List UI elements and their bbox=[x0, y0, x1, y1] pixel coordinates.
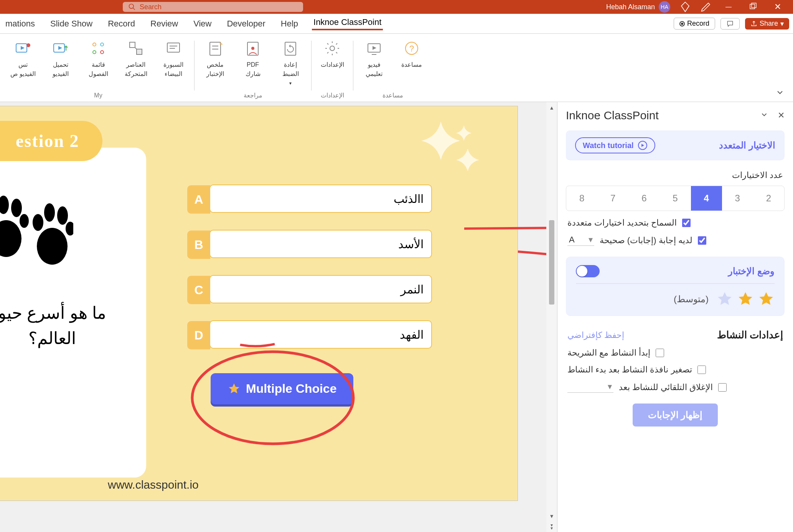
correct-answer-select[interactable]: ▾ A bbox=[567, 235, 594, 246]
svg-point-34 bbox=[0, 196, 9, 214]
vertical-scrollbar[interactable]: ▴ ▾ ▾▾ bbox=[546, 102, 557, 532]
choice-6[interactable]: 6 bbox=[628, 186, 659, 211]
chevron-down-icon: ▾ bbox=[780, 20, 784, 28]
svg-point-39 bbox=[44, 203, 55, 222]
save-default-link[interactable]: إحفظ كإفتراضي bbox=[567, 330, 624, 340]
star-filled-icon[interactable] bbox=[737, 291, 754, 308]
ribbon-share-pdf[interactable]: PDF شارك bbox=[237, 38, 268, 90]
slide-canvas[interactable]: estion 2 bbox=[0, 106, 518, 501]
comments-button[interactable] bbox=[720, 18, 740, 30]
svg-point-36 bbox=[20, 214, 29, 228]
ribbon-collapse[interactable] bbox=[772, 85, 788, 102]
answer-a[interactable]: A االذئب bbox=[209, 184, 432, 213]
choices-count-selector: 8 7 6 5 4 3 2 bbox=[566, 186, 785, 211]
close-button[interactable]: ✕ bbox=[770, 2, 785, 12]
allow-multiple-checkbox[interactable]: السماح بتحديد اختيارات متعددة bbox=[567, 218, 783, 228]
workspace: estion 2 bbox=[0, 102, 793, 532]
help-icon: ? bbox=[402, 39, 421, 58]
svg-rect-24 bbox=[285, 42, 296, 55]
record-icon bbox=[679, 21, 685, 26]
choice-2[interactable]: 2 bbox=[753, 186, 784, 211]
question-banner[interactable]: estion 2 bbox=[0, 121, 102, 161]
tab-review[interactable]: Review bbox=[149, 19, 180, 29]
tab-record[interactable]: Record bbox=[106, 19, 137, 29]
ribbon-settings[interactable]: الإعدادات bbox=[317, 38, 348, 90]
multiple-choice-button[interactable]: Multiple Choice bbox=[211, 373, 353, 404]
search-input[interactable]: Search bbox=[123, 2, 303, 12]
star-filled-icon[interactable] bbox=[758, 291, 775, 308]
ribbon-class-list[interactable]: قائمة الفصول bbox=[83, 38, 114, 91]
svg-point-32 bbox=[0, 220, 21, 257]
ribbon-reset[interactable]: إعادة الضبط ▾ bbox=[275, 38, 306, 90]
choice-8[interactable]: 8 bbox=[566, 186, 597, 211]
avatar: HA bbox=[659, 1, 670, 13]
checkbox-icon[interactable] bbox=[697, 366, 706, 374]
ribbon-quiz-summary[interactable]: ملخص الإختبار bbox=[200, 38, 231, 90]
ribbon-video-upload[interactable]: تحميل الفيديو bbox=[45, 38, 76, 91]
checkbox-icon[interactable] bbox=[682, 219, 691, 227]
svg-point-9 bbox=[93, 43, 96, 46]
difficulty-stars[interactable]: (متوسط) bbox=[576, 284, 775, 308]
checkbox-icon[interactable] bbox=[656, 349, 664, 357]
panel-top-card: Watch tutorial الاختيار المتعدد bbox=[566, 130, 785, 160]
minimize-button[interactable]: — bbox=[721, 3, 736, 10]
tab-classpoint[interactable]: Inknoe ClassPoint bbox=[312, 17, 383, 30]
checkbox-icon[interactable] bbox=[718, 383, 727, 392]
show-answers-button[interactable]: إظهار الإجابات bbox=[633, 404, 718, 427]
ribbon-video-rec[interactable]: تس الفيديو ص bbox=[8, 38, 38, 91]
group-label-help: مساعدة bbox=[382, 92, 403, 99]
tab-animations[interactable]: mations bbox=[4, 19, 36, 29]
choice-4[interactable]: 4 bbox=[691, 186, 722, 211]
user-account[interactable]: Hebah Alsaman HA bbox=[606, 1, 670, 13]
slide-editor[interactable]: estion 2 bbox=[0, 102, 546, 532]
quiz-mode-toggle[interactable] bbox=[576, 265, 600, 277]
ribbon-help[interactable]: ? مساعدة bbox=[396, 38, 427, 90]
question-text[interactable]: ما هو أسرع حيو العالم؟ bbox=[0, 300, 119, 351]
ribbon-separator bbox=[353, 41, 353, 91]
answer-label-b: B bbox=[187, 231, 210, 259]
choice-5[interactable]: 5 bbox=[659, 186, 691, 211]
pen-icon[interactable] bbox=[700, 1, 712, 13]
answer-d[interactable]: D الفهد bbox=[209, 320, 432, 349]
ribbon-separator bbox=[194, 41, 195, 91]
svg-point-0 bbox=[129, 4, 134, 9]
checkbox-icon[interactable] bbox=[698, 236, 706, 245]
scroll-thumb[interactable] bbox=[549, 220, 554, 305]
start-with-slide-checkbox[interactable]: إبدأ النشاط مع الشريحة bbox=[567, 348, 783, 358]
choice-7[interactable]: 7 bbox=[597, 186, 628, 211]
share-button[interactable]: Share ▾ bbox=[745, 18, 789, 30]
answer-b[interactable]: B الأسد bbox=[209, 230, 432, 258]
panel-close-icon[interactable]: ✕ bbox=[778, 110, 785, 120]
chevron-down-icon bbox=[775, 88, 785, 97]
scroll-up-icon[interactable]: ▴ bbox=[546, 102, 557, 113]
class-list-icon bbox=[89, 39, 107, 58]
diamond-icon[interactable] bbox=[679, 1, 691, 13]
record-button[interactable]: Record bbox=[674, 18, 715, 30]
svg-point-11 bbox=[93, 51, 96, 54]
answer-c[interactable]: C النمر bbox=[209, 275, 432, 303]
choices-count-label: عدد الاختيارات bbox=[567, 170, 783, 180]
autoclose-select[interactable]: ▾ bbox=[567, 382, 613, 393]
ribbon-whiteboard[interactable]: السبورة البيضاء bbox=[158, 38, 189, 91]
ribbon-draggable[interactable]: العناصر المتحركة bbox=[120, 38, 151, 91]
ribbon-tutorial-video[interactable]: فيديو تعليمي bbox=[359, 38, 389, 90]
ribbon-separator bbox=[311, 41, 312, 91]
maximize-button[interactable] bbox=[745, 3, 761, 11]
tab-help[interactable]: Help bbox=[279, 19, 300, 29]
watch-tutorial-button[interactable]: Watch tutorial bbox=[575, 137, 655, 153]
svg-text:?: ? bbox=[409, 44, 414, 53]
chevron-down-icon[interactable] bbox=[760, 110, 768, 119]
minimize-after-start-checkbox[interactable]: تصغير نافذة النشاط بعد بدء النشاط bbox=[567, 365, 783, 375]
sparkle-icon bbox=[410, 114, 487, 191]
svg-line-1 bbox=[133, 8, 135, 10]
scroll-down-icon[interactable]: ▾ bbox=[546, 511, 557, 521]
svg-point-35 bbox=[11, 199, 22, 217]
tab-developer[interactable]: Developer bbox=[225, 19, 267, 29]
share-icon bbox=[750, 20, 757, 27]
tab-view[interactable]: View bbox=[192, 19, 213, 29]
choice-3[interactable]: 3 bbox=[722, 186, 753, 211]
star-empty-icon[interactable] bbox=[716, 291, 733, 308]
scroll-down-double-icon[interactable]: ▾▾ bbox=[546, 521, 557, 532]
tab-slideshow[interactable]: Slide Show bbox=[49, 19, 94, 29]
svg-rect-3 bbox=[752, 3, 756, 8]
